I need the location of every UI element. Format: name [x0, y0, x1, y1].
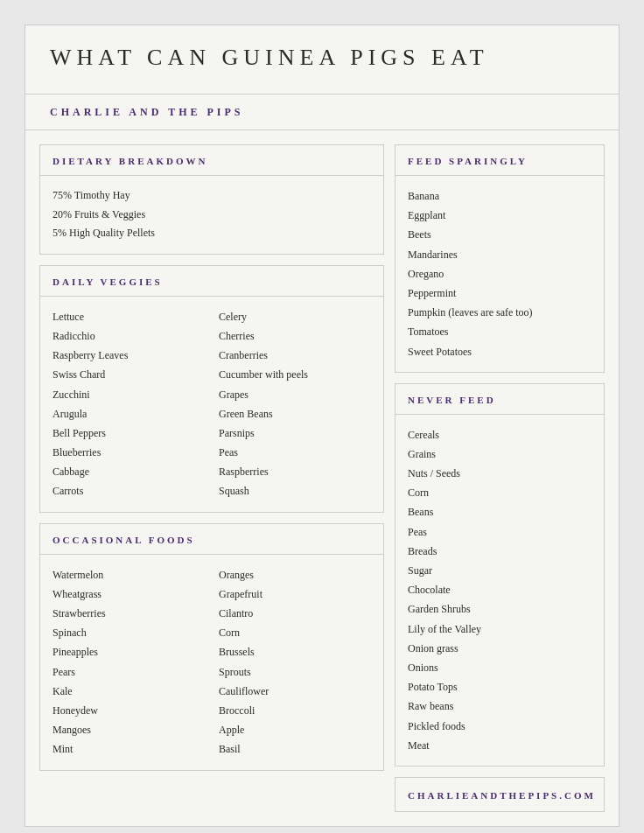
list-item: Grapes — [219, 385, 371, 404]
feed-sparingly-title: FEED SPARINGLY — [408, 156, 528, 166]
list-item: Chocolate — [408, 580, 592, 599]
list-item: Radicchio — [52, 326, 205, 346]
daily-veggies-list: LettuceRadicchioRaspberry LeavesSwiss Ch… — [52, 307, 371, 501]
list-item: Onion grass — [408, 639, 592, 658]
list-item: Cabbage — [52, 462, 205, 481]
list-item: Parsnips — [219, 424, 371, 443]
list-item: Meat — [408, 736, 592, 755]
list-item: Spinach — [52, 623, 205, 642]
list-item: Apple — [219, 720, 371, 739]
list-item: Grains — [408, 444, 592, 464]
list-item: Corn — [219, 623, 371, 642]
daily-veggies-col1: LettuceRadicchioRaspberry LeavesSwiss Ch… — [52, 307, 205, 501]
feed-sparingly-box: FEED SPARINGLY BananaEggplantBeetsMandar… — [395, 144, 605, 373]
list-item: Oregano — [408, 264, 592, 284]
occasional-foods-list: WatermelonWheatgrassStrawberriesSpinachP… — [52, 565, 371, 760]
dietary-line-1: 75% Timothy Hay — [52, 186, 371, 206]
list-item: Cilantro — [219, 604, 371, 623]
list-item: Cherries — [219, 326, 371, 346]
dietary-breakdown-header: DIETARY BREAKDOWN — [40, 145, 383, 176]
list-item: Strawberries — [52, 604, 205, 623]
page: WHAT CAN GUINEA PIGS EAT CHARLIE AND THE… — [24, 24, 620, 827]
list-item: Sprouts — [219, 662, 371, 682]
list-item: Grapefruit — [219, 584, 371, 604]
list-item: Raw beans — [408, 696, 592, 716]
never-feed-title: NEVER FEED — [408, 395, 496, 405]
website-url: CHARLIEANDTHEPIPS.COM — [408, 790, 596, 801]
list-item: Garden Shrubs — [408, 599, 592, 619]
never-feed-box: NEVER FEED CerealsGrainsNuts / SeedsCorn… — [395, 383, 605, 766]
list-item: Pumpkin (leaves are safe too) — [408, 303, 592, 322]
list-item: Kale — [52, 682, 205, 701]
daily-veggies-title: DAILY VEGGIES — [52, 276, 163, 287]
list-item: Lettuce — [52, 307, 205, 326]
list-item: Lily of the Valley — [408, 620, 592, 639]
dietary-line-3: 5% High Quality Pellets — [52, 224, 371, 243]
occasional-foods-col1: WatermelonWheatgrassStrawberriesSpinachP… — [52, 565, 205, 760]
list-item: Nuts / Seeds — [408, 464, 592, 483]
list-item: Cauliflower — [219, 682, 371, 701]
list-item: Green Beans — [219, 404, 371, 424]
list-item: Cucumber with peels — [219, 365, 371, 384]
list-item: Swiss Chard — [52, 365, 205, 384]
list-item: Corn — [408, 483, 592, 502]
daily-veggies-header: DAILY VEGGIES — [40, 266, 383, 297]
subtitle-section: CHARLIE AND THE PIPS — [25, 94, 619, 130]
occasional-foods-body: WatermelonWheatgrassStrawberriesSpinachP… — [40, 555, 383, 770]
list-item: Basil — [219, 739, 371, 759]
occasional-foods-header: OCCASIONAL FOODS — [40, 524, 383, 555]
list-item: Watermelon — [52, 565, 205, 584]
list-item: Banana — [408, 186, 592, 206]
list-item: Broccoli — [219, 701, 371, 720]
header-section: WHAT CAN GUINEA PIGS EAT — [25, 25, 619, 94]
list-item: Sugar — [408, 561, 592, 580]
list-item: Mint — [52, 739, 205, 759]
left-column: DIETARY BREAKDOWN 75% Timothy Hay 20% Fr… — [39, 144, 384, 812]
list-item: Beans — [408, 502, 592, 522]
list-item: Oranges — [219, 565, 371, 584]
daily-veggies-col2: CeleryCherriesCranberriesCucumber with p… — [219, 307, 371, 501]
list-item: Cereals — [408, 425, 592, 444]
list-item: Beets — [408, 225, 592, 244]
main-title: WHAT CAN GUINEA PIGS EAT — [50, 45, 594, 71]
content-area: DIETARY BREAKDOWN 75% Timothy Hay 20% Fr… — [25, 130, 619, 826]
dietary-breakdown-body: 75% Timothy Hay 20% Fruits & Veggies 5% … — [40, 176, 383, 254]
list-item: Pineapples — [52, 642, 205, 662]
list-item: Eggplant — [408, 206, 592, 225]
dietary-breakdown-box: DIETARY BREAKDOWN 75% Timothy Hay 20% Fr… — [39, 144, 384, 255]
list-item: Blueberries — [52, 443, 205, 462]
list-item: Zucchini — [52, 385, 205, 404]
occasional-foods-box: OCCASIONAL FOODS WatermelonWheatgrassStr… — [39, 523, 384, 771]
list-item: Tomatoes — [408, 322, 592, 341]
right-column: FEED SPARINGLY BananaEggplantBeetsMandar… — [395, 144, 605, 812]
occasional-foods-title: OCCASIONAL FOODS — [52, 535, 195, 545]
subtitle: CHARLIE AND THE PIPS — [50, 106, 243, 118]
dietary-breakdown-title: DIETARY BREAKDOWN — [52, 156, 207, 166]
list-item: Squash — [219, 481, 371, 500]
list-item: Peas — [219, 443, 371, 462]
list-item: Raspberries — [219, 462, 371, 481]
list-item: Sweet Potatoes — [408, 342, 592, 361]
list-item: Celery — [219, 307, 371, 326]
daily-veggies-box: DAILY VEGGIES LettuceRadicchioRaspberry … — [39, 265, 384, 513]
list-item: Raspberry Leaves — [52, 346, 205, 365]
dietary-line-2: 20% Fruits & Veggies — [52, 206, 371, 225]
feed-sparingly-header: FEED SPARINGLY — [396, 145, 604, 176]
list-item: Carrots — [52, 481, 205, 500]
never-feed-body: CerealsGrainsNuts / SeedsCornBeansPeasBr… — [396, 415, 604, 766]
list-item: Peppermint — [408, 284, 592, 303]
list-item: Pears — [52, 662, 205, 682]
list-item: Mangoes — [52, 720, 205, 739]
list-item: Pickled foods — [408, 717, 592, 736]
list-item: Mandarines — [408, 245, 592, 264]
occasional-foods-col2: OrangesGrapefruitCilantroCornBrusselsSpr… — [219, 565, 371, 760]
list-item: Brussels — [219, 642, 371, 662]
never-feed-header: NEVER FEED — [396, 384, 604, 415]
daily-veggies-body: LettuceRadicchioRaspberry LeavesSwiss Ch… — [40, 297, 383, 512]
list-item: Potato Tops — [408, 677, 592, 696]
list-item: Cranberries — [219, 346, 371, 365]
list-item: Onions — [408, 658, 592, 677]
list-item: Honeydew — [52, 701, 205, 720]
list-item: Wheatgrass — [52, 584, 205, 604]
feed-sparingly-body: BananaEggplantBeetsMandarinesOreganoPepp… — [396, 176, 604, 372]
